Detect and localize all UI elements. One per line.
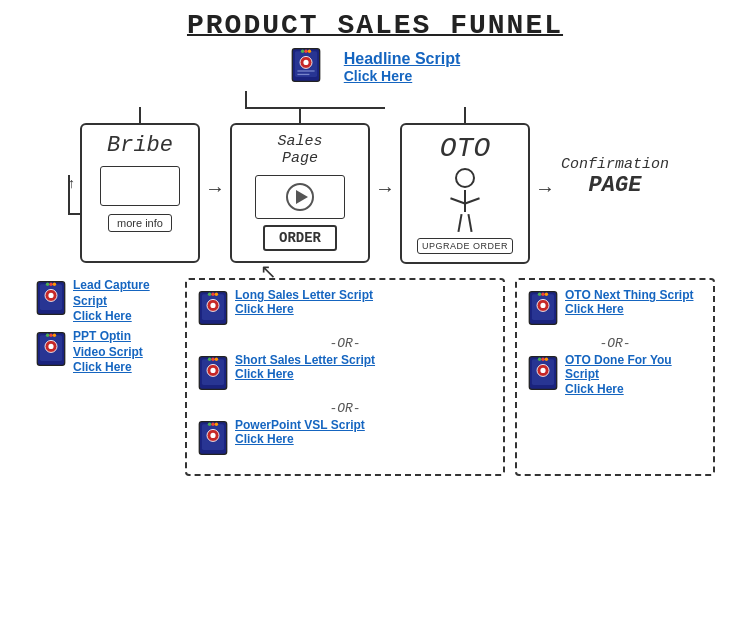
svg-point-47 (540, 303, 545, 308)
oto-title: OTO (412, 133, 518, 164)
long-sales-click[interactable]: Click Here (235, 302, 373, 316)
funnel-row: ↑ Bribe more info → Sales Page (20, 107, 730, 264)
svg-point-40 (210, 433, 215, 438)
ppt-vsl-link[interactable]: PowerPoint VSL Script (235, 418, 365, 432)
svg-point-57 (545, 358, 548, 361)
short-sales-link[interactable]: Short Sales Letter Script (235, 353, 375, 367)
bottom-left: Lead CaptureScript Click Here (35, 278, 175, 476)
page-title: PRODUCT SALES FUNNEL (20, 10, 730, 41)
oto-next-item: OTO Next Thing Script Click Here (527, 288, 703, 330)
svg-point-33 (210, 368, 215, 373)
order-button: ORDER (263, 225, 337, 251)
oto-done-item: OTO Done For You Script Click Here (527, 353, 703, 396)
svg-point-43 (215, 423, 218, 426)
ppt-vsl-item: PowerPoint VSL Script Click Here (197, 418, 493, 460)
lead-capture-icon (35, 280, 67, 320)
svg-point-54 (540, 368, 545, 373)
or-divider-1: -OR- (197, 336, 493, 351)
bribe-inner-box (100, 166, 180, 206)
ppt-optin-link[interactable]: PPT OptinVideo Script (73, 329, 143, 360)
conf-title: Confirmation (561, 156, 669, 173)
oto-next-link[interactable]: OTO Next Thing Script (565, 288, 693, 302)
oto-done-icon (527, 355, 559, 395)
oto-next-icon (527, 290, 559, 330)
svg-point-55 (538, 358, 541, 361)
bribe-area: ↑ Bribe more info (80, 107, 200, 263)
short-sales-click[interactable]: Click Here (235, 367, 375, 381)
svg-point-34 (208, 358, 211, 361)
svg-point-6 (307, 50, 310, 53)
or-divider-3: -OR- (527, 336, 703, 351)
svg-point-4 (301, 50, 304, 53)
lead-capture-text: Lead CaptureScript Click Here (73, 278, 150, 323)
svg-point-26 (210, 303, 215, 308)
svg-point-21 (49, 334, 52, 337)
long-sales-link[interactable]: Long Sales Letter Script (235, 288, 373, 302)
wire-area (20, 91, 730, 107)
svg-point-19 (48, 344, 53, 349)
upgrade-button: UPGRADE ORDER (417, 238, 513, 254)
svg-point-14 (49, 283, 52, 286)
video-box (255, 175, 345, 219)
stick-legs (459, 214, 471, 232)
lead-capture-click[interactable]: Click Here (73, 309, 150, 323)
svg-point-48 (538, 293, 541, 296)
top-section: Headline Script Click Here (20, 47, 730, 87)
svg-point-5 (304, 50, 307, 53)
ppt-optin-click[interactable]: Click Here (73, 360, 143, 374)
svg-point-49 (541, 293, 544, 296)
stick-body-area (450, 188, 480, 232)
svg-point-15 (53, 283, 56, 286)
headline-script-link[interactable]: Headline Script (344, 50, 460, 68)
oto-done-click[interactable]: Click Here (565, 382, 703, 396)
lead-capture-link[interactable]: Lead CaptureScript (73, 278, 150, 309)
svg-point-13 (46, 283, 49, 286)
arrow-bribe-sales: → (202, 177, 228, 200)
stick-leg-right (467, 214, 472, 232)
oto-next-text: OTO Next Thing Script Click Here (565, 288, 693, 316)
sales-title: Sales Page (242, 133, 358, 167)
bottom-center: Long Sales Letter Script Click Here -OR- (185, 278, 505, 476)
svg-point-56 (541, 358, 544, 361)
stick-arm-right (464, 197, 480, 204)
ppt-optin-item: PPT OptinVideo Script Click Here (35, 329, 175, 374)
bribe-box: ↑ Bribe more info (80, 123, 200, 263)
ppt-vsl-text: PowerPoint VSL Script Click Here (235, 418, 365, 446)
headline-link-area: Headline Script Click Here (344, 50, 460, 84)
lead-capture-item: Lead CaptureScript Click Here (35, 278, 175, 323)
svg-point-36 (215, 358, 218, 361)
svg-point-50 (545, 293, 548, 296)
page-container: PRODUCT SALES FUNNEL (0, 0, 750, 644)
book-icon (290, 47, 322, 87)
bribe-wire-down (139, 107, 141, 123)
stick-figure (412, 168, 518, 232)
svg-point-42 (211, 423, 214, 426)
short-sales-icon (197, 355, 229, 395)
stick-head (455, 168, 475, 188)
curved-arrow: ↙ (260, 261, 277, 285)
svg-point-20 (46, 334, 49, 337)
svg-point-3 (303, 60, 308, 65)
svg-point-12 (48, 293, 53, 298)
play-triangle (296, 190, 308, 204)
long-sales-icon (197, 290, 229, 330)
short-sales-text: Short Sales Letter Script Click Here (235, 353, 375, 381)
bribe-back-wire (68, 175, 82, 215)
vertical-wire (245, 91, 247, 107)
more-info-btn: more info (108, 214, 172, 232)
sales-wire-down (299, 107, 301, 123)
svg-point-22 (53, 334, 56, 337)
sales-area: Sales Page ORDER ↙ (230, 107, 370, 263)
oto-next-click[interactable]: Click Here (565, 302, 693, 316)
oto-done-link[interactable]: OTO Done For You Script (565, 353, 703, 382)
arrow-oto-conf: → (532, 177, 558, 200)
oto-wire-down (464, 107, 466, 123)
conf-page: PAGE (589, 173, 642, 198)
ppt-vsl-click[interactable]: Click Here (235, 432, 365, 446)
headline-click-here-link[interactable]: Click Here (344, 68, 460, 84)
svg-point-35 (211, 358, 214, 361)
long-sales-item: Long Sales Letter Script Click Here (197, 288, 493, 330)
svg-point-41 (208, 423, 211, 426)
play-button (286, 183, 314, 211)
short-sales-item: Short Sales Letter Script Click Here (197, 353, 493, 395)
